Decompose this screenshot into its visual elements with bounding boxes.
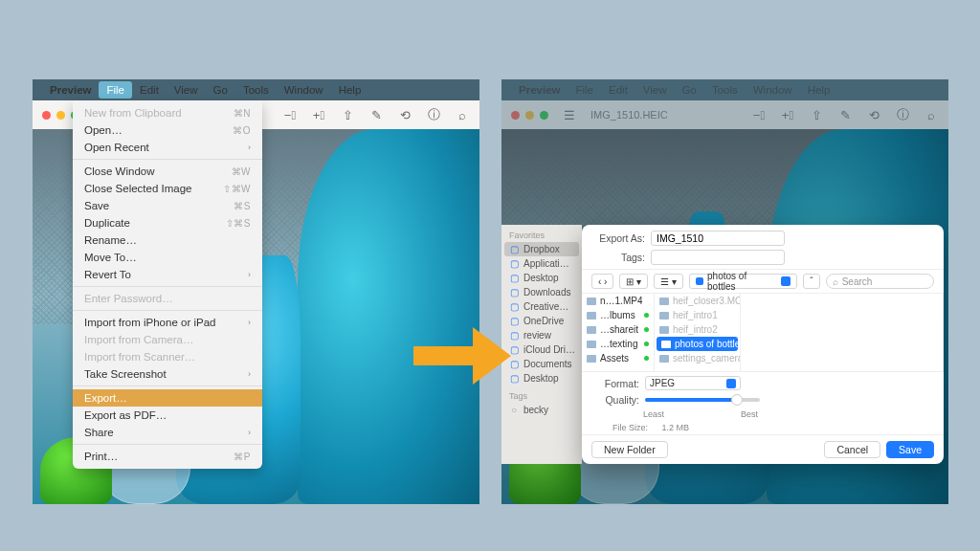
rotate-icon[interactable]: ⟲ [866,107,881,122]
menu-window[interactable]: Window [277,81,331,99]
collapse-toggle[interactable]: ˆ [803,274,819,289]
sidebar-favorites-header: Favorites [501,229,582,242]
menu-file[interactable]: File [568,81,601,99]
menu-help[interactable]: Help [800,81,838,99]
view-group-button[interactable]: ☰ ▾ [654,274,683,289]
browser-item[interactable]: …lbums [582,308,654,322]
quality-label: Quality: [593,394,639,406]
browser-item[interactable]: photos of bottles [657,337,738,351]
chevron-down-icon [726,379,736,388]
menu-help[interactable]: Help [331,81,369,99]
info-icon[interactable]: ⓘ [426,107,441,122]
menu-go[interactable]: Go [206,81,235,99]
file-menu-item: Enter Password… [73,290,262,307]
preview-toolbar-right: ☰ IMG_1510.HEIC −⃝ +⃝ ⇧ ✎ ⟲ ⓘ ⌕ [501,100,948,129]
tutorial-arrow-icon [413,327,519,385]
export-as-field[interactable] [651,231,785,246]
close-window-button[interactable] [42,111,51,120]
menu-edit[interactable]: Edit [132,81,167,99]
file-menu-item[interactable]: Close Window⌘W [73,163,262,180]
menu-tools[interactable]: Tools [704,81,746,99]
zoom-in-icon[interactable]: +⃝ [780,107,795,122]
close-window-button[interactable] [511,111,520,120]
file-menu-item[interactable]: Export as PDF… [73,407,262,424]
search-icon[interactable]: ⌕ [924,107,939,122]
rotate-icon[interactable]: ⟲ [397,107,412,122]
file-menu-item[interactable]: Import from iPhone or iPad› [73,314,262,331]
menu-tools[interactable]: Tools [235,81,277,99]
file-menu-item[interactable]: Save⌘S [73,197,262,214]
browser-item[interactable]: n…1.MP4 [582,294,654,308]
browser-item[interactable]: heif_closer3.MOV [655,294,740,308]
menu-file[interactable]: File [99,81,132,99]
sidebar-item[interactable]: ▢Applicati… [501,256,582,271]
share-icon[interactable]: ⇧ [340,107,355,122]
menubar-app: Preview [42,81,99,99]
chevron-down-icon [781,276,791,286]
menu-view[interactable]: View [635,81,675,99]
browser-item[interactable]: …shareit [582,322,654,337]
file-menu-item: Import from Scanner… [73,348,262,365]
sidebar-item[interactable]: ▢Dropbox [504,242,579,256]
browser-item[interactable]: heif_intro1 [655,308,740,322]
markup-icon[interactable]: ✎ [368,107,384,122]
menu-go[interactable]: Go [675,81,704,99]
view-icons-button[interactable]: ⊞ ▾ [619,274,648,289]
sidebar-item[interactable]: ▢Downloads [501,285,582,299]
zoom-window-button[interactable] [540,111,548,120]
markup-icon[interactable]: ✎ [837,107,853,122]
file-menu-item[interactable]: Export… [73,389,262,407]
file-menu-item[interactable]: Revert To› [73,266,262,283]
browser-item[interactable]: settings_camera.PNG [655,351,740,365]
zoom-in-icon[interactable]: +⃝ [311,107,326,122]
menu-window[interactable]: Window [746,81,800,99]
file-menu-item[interactable]: Rename… [73,231,262,249]
file-menu-item[interactable]: Duplicate⇧⌘S [73,214,262,231]
sidebar-tags-header: Tags [501,389,582,403]
minimize-window-button[interactable] [525,111,534,120]
quality-least-label: Least [643,409,664,419]
sidebar-item[interactable]: ▢OneDrive [501,314,582,328]
location-popup[interactable]: photos of bottles [689,274,797,289]
sidebar-item[interactable]: ▢Desktop [501,271,582,285]
file-menu-item[interactable]: Open…⌘O [73,121,262,139]
nav-back-forward[interactable]: ‹ › [591,274,613,289]
zoom-out-icon[interactable]: −⃝ [282,107,298,122]
file-menu-item[interactable]: Share› [73,424,262,441]
file-menu-item[interactable]: Open Recent› [73,139,262,156]
left-screenshot-panel: Preview File Edit View Go Tools Window H… [33,79,479,504]
filesize-value: 1.2 MB [662,423,690,432]
browser-item[interactable]: …texting [582,337,654,351]
menubar-right: Preview File Edit View Go Tools Window H… [501,79,948,100]
zoom-out-icon[interactable]: −⃝ [751,107,767,122]
file-menu-item[interactable]: Close Selected Image⇧⌘W [73,180,262,197]
new-folder-button[interactable]: New Folder [591,441,668,458]
tags-field[interactable] [651,250,785,265]
export-as-label: Export As: [593,232,645,244]
info-icon[interactable]: ⓘ [895,107,910,122]
file-menu-item: Import from Camera… [73,331,262,348]
share-icon[interactable]: ⇧ [809,107,824,122]
save-button[interactable]: Save [886,441,934,458]
right-screenshot-panel: Preview File Edit View Go Tools Window H… [501,79,948,504]
menu-edit[interactable]: Edit [601,81,635,99]
format-select[interactable]: JPEG [645,376,741,390]
search-icon[interactable]: ⌕ [455,107,470,122]
search-placeholder: Search [842,276,873,287]
file-menu-item[interactable]: Move To… [73,249,262,266]
quality-best-label: Best [741,409,758,419]
quality-slider[interactable] [645,398,760,402]
browser-item[interactable]: heif_intro2 [655,322,740,337]
sidebar-tag-item[interactable]: ○becky [501,403,582,417]
sidebar-icon[interactable]: ☰ [562,107,577,122]
sidebar-item[interactable]: ▢Creative… [501,299,582,314]
menubar: Preview File Edit View Go Tools Window H… [33,79,479,100]
export-dialog: Export As: Tags: ‹ › ⊞ ▾ ☰ ▾ photos of b… [582,225,944,464]
minimize-window-button[interactable] [56,111,65,120]
search-field[interactable]: ⌕ Search [826,274,934,289]
browser-item[interactable]: Assets [582,351,654,365]
file-menu-item[interactable]: Take Screenshot› [73,365,262,383]
file-menu-item[interactable]: Print…⌘P [73,448,262,465]
menu-view[interactable]: View [167,81,206,99]
cancel-button[interactable]: Cancel [824,441,880,458]
